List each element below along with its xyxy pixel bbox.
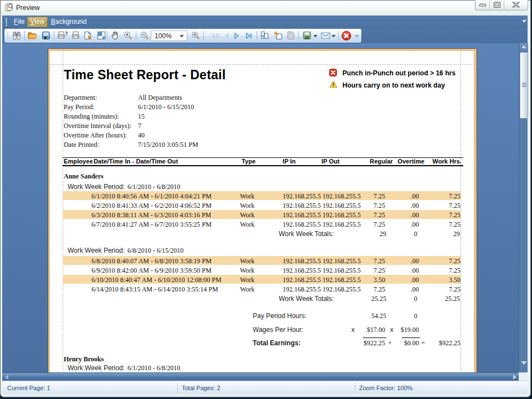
svg-text:?: ? xyxy=(65,30,68,37)
